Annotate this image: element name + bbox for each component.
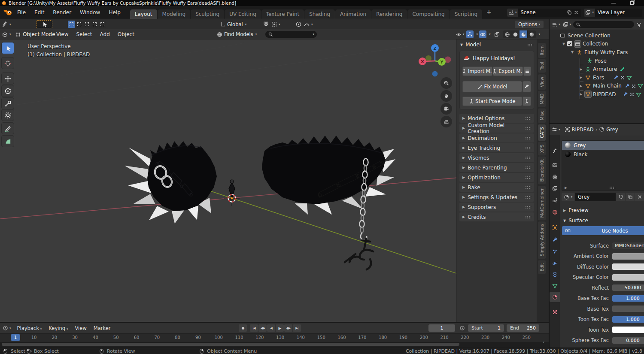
- overlays-toggle[interactable]: [479, 30, 486, 38]
- region-collapse-arrow[interactable]: ‹: [543, 339, 544, 345]
- slot-expand-icon[interactable]: ▶: [565, 186, 567, 190]
- tool-rotate-button[interactable]: [2, 85, 14, 97]
- shading-material-button[interactable]: [519, 30, 528, 38]
- prop-color-swatch[interactable]: [612, 263, 644, 270]
- proportional-edit-toggle[interactable]: [295, 21, 303, 28]
- select-mode-extend[interactable]: [76, 21, 83, 28]
- panel-drag-handle[interactable]: [525, 166, 531, 169]
- bone-icon[interactable]: [620, 66, 625, 72]
- jump-to-start-button[interactable]: |◀: [250, 324, 258, 332]
- frame-end-field[interactable]: End250: [507, 324, 539, 332]
- menu-file[interactable]: File: [13, 9, 30, 15]
- previous-keyframe-button[interactable]: ◀◆: [258, 324, 267, 332]
- panel-drag-handle[interactable]: [525, 215, 531, 218]
- nav-camera-view-button[interactable]: [440, 103, 452, 115]
- panel-drag-handle[interactable]: [527, 43, 533, 46]
- outliner-row-ripdead[interactable]: ▶RIPDEAD: [550, 90, 644, 99]
- properties-tab-modifiers[interactable]: [550, 235, 560, 245]
- viewport-menu-add[interactable]: Add: [96, 31, 114, 37]
- disclosure-closed-icon[interactable]: ▶: [577, 84, 584, 88]
- nav-pan-button[interactable]: [440, 90, 452, 102]
- properties-tab-material[interactable]: [550, 292, 560, 302]
- current-frame-field[interactable]: 1: [428, 324, 455, 332]
- prop-field[interactable]: [612, 306, 644, 312]
- prop-color-swatch[interactable]: [612, 327, 644, 333]
- timeline-scrollbar[interactable]: [2, 343, 459, 346]
- add-workspace-button[interactable]: +: [483, 8, 495, 17]
- timeline-menu-view[interactable]: View: [72, 325, 90, 331]
- current-frame-indicator[interactable]: 1: [11, 334, 20, 341]
- prop-color-swatch[interactable]: [612, 274, 644, 281]
- outliner-row-main-chain[interactable]: ▶Main Chain: [550, 82, 644, 91]
- select-mode-intersect[interactable]: [99, 21, 106, 28]
- viewport-3d[interactable]: User Perspective (1) Collection | RIPDEA…: [0, 39, 549, 322]
- breadcrumb-object[interactable]: RIPDEAD: [572, 127, 594, 133]
- tool-transform-button[interactable]: [2, 109, 14, 121]
- pose-options-button[interactable]: [522, 97, 531, 106]
- modifier-icon[interactable]: [629, 91, 635, 97]
- new-material-button[interactable]: [626, 193, 635, 201]
- prop-slider[interactable]: 0.000: [612, 337, 644, 344]
- fake-user-button[interactable]: [616, 193, 625, 201]
- outliner-row-armature[interactable]: ▶Armature: [550, 65, 644, 73]
- unlink-material-button[interactable]: [635, 193, 644, 201]
- prop-color-swatch[interactable]: [612, 253, 644, 260]
- material-slot-black[interactable]: Black: [562, 150, 644, 159]
- tool-cursor-button[interactable]: [2, 57, 14, 69]
- fix-model-button[interactable]: Fix Model: [462, 81, 522, 92]
- tool-measure-button[interactable]: [2, 136, 14, 147]
- outliner-row-pose[interactable]: Pose: [550, 57, 644, 65]
- properties-tab-render[interactable]: [550, 160, 560, 170]
- disclosure-closed-icon[interactable]: ▶: [577, 76, 584, 79]
- workspace-tab-scripting[interactable]: Scripting: [450, 9, 482, 19]
- restore-icon[interactable]: [630, 1, 634, 5]
- editor-type-timeline-button[interactable]: ▾: [3, 325, 11, 331]
- mesh-icon[interactable]: [636, 91, 641, 97]
- mesh-icon[interactable]: [638, 83, 643, 89]
- outliner-row-scene-collection[interactable]: Scene Collection: [550, 31, 644, 40]
- properties-tab-tool[interactable]: [550, 145, 560, 156]
- outliner-row-fluffy-wuffy-ears[interactable]: ▼Fluffy Wuffy Ears: [550, 48, 644, 57]
- options-button[interactable]: Options▾: [515, 21, 544, 28]
- shading-solid-button[interactable]: [511, 30, 519, 38]
- sidebar-tab-simply-addons[interactable]: Simply Addons: [538, 221, 546, 259]
- cats-section-bone-parenting[interactable]: ▶Bone Parenting: [459, 163, 534, 172]
- menu-help[interactable]: Help: [104, 9, 125, 15]
- cats-section-decimation[interactable]: ▶Decimation: [459, 133, 534, 142]
- outliner-row-ears[interactable]: ▶Ears: [550, 73, 644, 82]
- fix-model-settings-button[interactable]: [522, 81, 531, 92]
- previous-frame-button[interactable]: ◀: [267, 324, 275, 332]
- viewport-menu-select[interactable]: Select: [72, 31, 96, 37]
- view-layer-selector[interactable]: ▾ View Layer: [584, 9, 642, 17]
- disclosure-open-icon[interactable]: ▼: [560, 42, 567, 46]
- material-slot-grey[interactable]: Grey: [562, 141, 644, 150]
- import-model-button[interactable]: Import M..: [462, 67, 492, 76]
- blenderkit-search-input[interactable]: ▾: [265, 31, 317, 38]
- tool-move-button[interactable]: [2, 73, 14, 84]
- properties-tab-texture[interactable]: [550, 307, 560, 317]
- cats-model-panel-header[interactable]: ▼ Model: [457, 39, 537, 50]
- nav-zoom-button[interactable]: [440, 77, 452, 89]
- proportional-falloff-dropdown[interactable]: ▾: [303, 21, 314, 28]
- sidebar-tab-tool[interactable]: Tool: [538, 59, 546, 73]
- panel-drag-handle[interactable]: [525, 156, 531, 159]
- tool-annotate-button[interactable]: [2, 123, 14, 134]
- menu-render[interactable]: Render: [49, 9, 76, 15]
- timeline-menu-playback[interactable]: Playback▾: [14, 325, 46, 331]
- panel-drag-handle[interactable]: [525, 176, 531, 179]
- sidebar-tab-view[interactable]: View: [538, 74, 546, 90]
- active-tool-indicator[interactable]: [36, 20, 52, 28]
- viewport-menu-object[interactable]: Object: [114, 31, 138, 37]
- prop-slider[interactable]: 1.000: [612, 295, 644, 302]
- select-mode-subtract[interactable]: [83, 21, 91, 28]
- new-scene-icon[interactable]: [567, 10, 572, 15]
- nav-toggle-perspective-button[interactable]: [440, 116, 452, 127]
- editor-type-viewport-button[interactable]: ▾: [2, 29, 11, 39]
- cats-section-bake[interactable]: ▶Bake: [459, 183, 534, 192]
- sidebar-tab-item[interactable]: Item: [538, 43, 546, 58]
- next-keyframe-button[interactable]: ◆▶: [284, 324, 292, 332]
- timeline-menu-marker[interactable]: Marker: [90, 325, 114, 331]
- wrench-icon[interactable]: [625, 83, 630, 89]
- properties-tab-view-layer[interactable]: [550, 183, 560, 194]
- viewport-menu-view[interactable]: View: [52, 31, 72, 37]
